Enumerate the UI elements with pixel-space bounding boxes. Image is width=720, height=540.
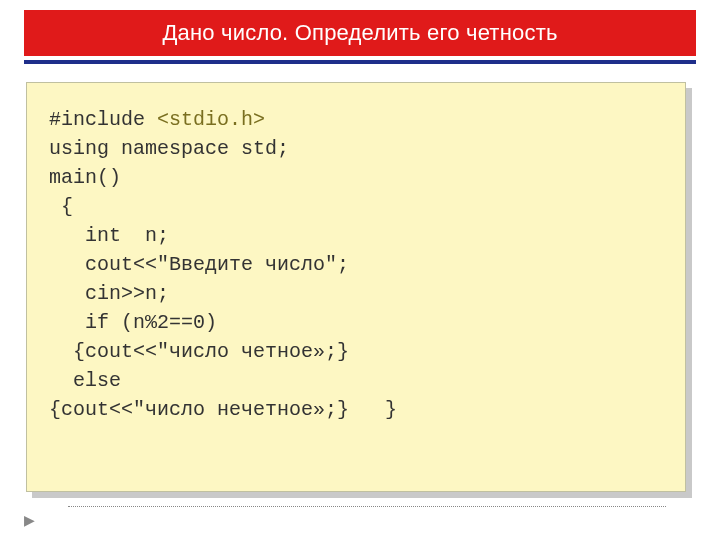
code-block: #include <stdio.h> using namespace std; … [26, 82, 686, 492]
code-line-2: using namespace std; [49, 137, 289, 160]
code-line-1b: <stdio.h> [157, 108, 265, 131]
code-line-5: int n; [49, 224, 169, 247]
slide: Дано число. Определить его четность #inc… [0, 0, 720, 540]
slide-title: Дано число. Определить его четность [24, 10, 696, 56]
code-line-4: { [49, 195, 73, 218]
code-line-11: {cout<<"число нечетное»;} } [49, 398, 397, 421]
title-underline [24, 60, 696, 64]
code-line-1a: #include [49, 108, 157, 131]
code-line-3: main() [49, 166, 121, 189]
code-line-8: if (n%2==0) [49, 311, 217, 334]
code-line-6: cout<<"Введите число"; [49, 253, 349, 276]
code-line-7: cin>>n; [49, 282, 169, 305]
arrow-icon: ▶ [24, 512, 35, 528]
code-line-10: else [49, 369, 121, 392]
footer-dotted-line [68, 506, 666, 507]
code-container: #include <stdio.h> using namespace std; … [26, 82, 686, 492]
code-line-9: {cout<<"число четное»;} [49, 340, 349, 363]
